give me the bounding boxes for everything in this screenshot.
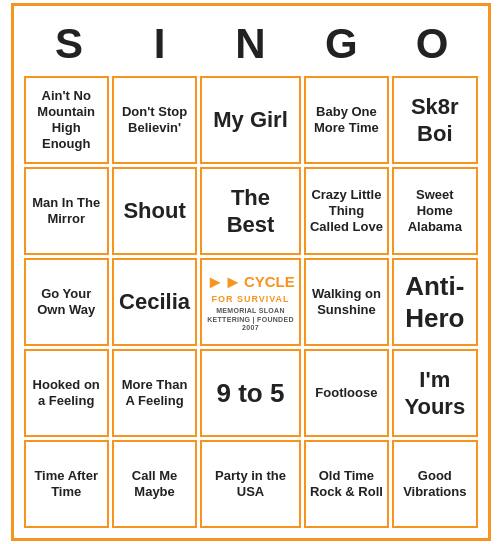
bingo-cell-r3c5: Anti-Hero: [392, 258, 477, 346]
bingo-cell-r5c4: Old Time Rock & Roll: [304, 440, 389, 528]
bingo-cell-r2c5: Sweet Home Alabama: [392, 167, 477, 255]
bingo-cell-r3c3: ►► CYCLE FOR SURVIVAL MEMORIAL SLOAN KET…: [200, 258, 300, 346]
bingo-cell-r3c2: Cecilia: [112, 258, 197, 346]
bingo-card: SINGO Ain't No Mountain High EnoughDon't…: [11, 3, 491, 541]
header-letter: I: [114, 16, 205, 72]
bingo-cell-r1c1: Ain't No Mountain High Enough: [24, 76, 109, 164]
bingo-cell-r1c4: Baby One More Time: [304, 76, 389, 164]
bingo-cell-r2c2: Shout: [112, 167, 197, 255]
bingo-cell-r2c3: The Best: [200, 167, 300, 255]
bingo-cell-r5c5: Good Vibrations: [392, 440, 477, 528]
header-letter: N: [205, 16, 296, 72]
cycle-text: CYCLE: [244, 273, 295, 292]
bingo-cell-r4c5: I'm Yours: [392, 349, 477, 437]
bingo-cell-r1c2: Don't Stop Believin': [112, 76, 197, 164]
bingo-cell-r2c1: Man In The Mirror: [24, 167, 109, 255]
cycle-logo-top: ►► CYCLE: [206, 271, 294, 294]
bingo-cell-r3c4: Walking on Sunshine: [304, 258, 389, 346]
cycle-logo-sub: MEMORIAL SLOAN KETTERING | FOUNDED 2007: [206, 307, 294, 333]
bingo-cell-r5c3: Party in the USA: [200, 440, 300, 528]
bingo-cell-r4c1: Hooked on a Feeling: [24, 349, 109, 437]
header-letter: S: [24, 16, 115, 72]
for-survival-text: FOR SURVIVAL: [211, 294, 289, 305]
bingo-cell-r1c3: My Girl: [200, 76, 300, 164]
bingo-cell-r1c5: Sk8r Boi: [392, 76, 477, 164]
bingo-header: SINGO: [24, 16, 478, 72]
bingo-cell-r4c2: More Than A Feeling: [112, 349, 197, 437]
cycle-arrow: ►►: [206, 271, 242, 294]
bingo-cell-r5c2: Call Me Maybe: [112, 440, 197, 528]
header-letter: O: [387, 16, 478, 72]
bingo-cell-r3c1: Go Your Own Way: [24, 258, 109, 346]
bingo-cell-r2c4: Crazy Little Thing Called Love: [304, 167, 389, 255]
bingo-cell-r5c1: Time After Time: [24, 440, 109, 528]
bingo-cell-r4c3: 9 to 5: [200, 349, 300, 437]
header-letter: G: [296, 16, 387, 72]
bingo-grid: Ain't No Mountain High EnoughDon't Stop …: [24, 76, 478, 528]
cycle-logo: ►► CYCLE FOR SURVIVAL MEMORIAL SLOAN KET…: [206, 264, 294, 340]
bingo-cell-r4c4: Footloose: [304, 349, 389, 437]
